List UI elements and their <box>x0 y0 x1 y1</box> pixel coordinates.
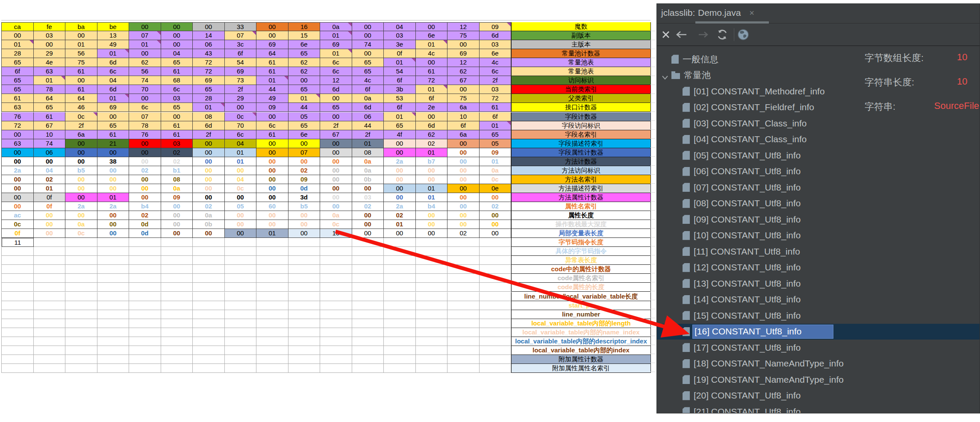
hex-cell[interactable]: 63 <box>34 67 66 76</box>
hex-cell[interactable]: 61 <box>161 130 193 139</box>
hex-cell[interactable]: 00 <box>447 85 480 94</box>
hex-cell[interactable]: 00 <box>320 184 352 193</box>
hex-cell[interactable]: 00 <box>161 40 193 49</box>
hex-cell[interactable]: 00 <box>447 157 480 166</box>
field-label-cell[interactable]: 字节码指令长度 <box>511 238 651 247</box>
hex-cell[interactable]: 67 <box>34 121 66 130</box>
hex-cell[interactable]: 13 <box>97 31 129 40</box>
hex-cell[interactable]: 00 <box>65 157 97 166</box>
hex-cell[interactable]: 00 <box>320 94 352 103</box>
hex-cell[interactable]: b1 <box>161 166 193 175</box>
hex-cell[interactable]: 05 <box>288 112 321 121</box>
hex-cell[interactable] <box>225 256 257 265</box>
field-label-cell[interactable]: 字段访问标识 <box>511 121 651 130</box>
hex-cell[interactable]: 01 <box>416 193 448 202</box>
hex-cell[interactable]: 64 <box>34 94 66 103</box>
hex-cell[interactable] <box>288 301 321 310</box>
hex-cell[interactable]: 01 <box>34 184 66 193</box>
hex-cell[interactable]: 04 <box>384 22 416 31</box>
field-label-cell[interactable]: 字段计数器 <box>511 112 651 121</box>
hex-cell[interactable] <box>320 247 352 256</box>
hex-cell[interactable]: 65 <box>288 49 321 58</box>
hex-cell[interactable]: 00 <box>161 202 193 211</box>
hex-cell[interactable]: 4c <box>352 76 384 85</box>
hex-cell[interactable] <box>480 301 512 310</box>
hex-cell[interactable]: 69 <box>193 76 225 85</box>
hex-cell[interactable]: 49 <box>256 94 288 103</box>
hex-cell[interactable]: 00 <box>320 175 352 184</box>
field-label-cell[interactable]: start_pc <box>511 301 651 310</box>
field-label-cell[interactable]: 字段属性计数器 <box>511 148 651 157</box>
field-label-cell[interactable]: local_variable_table内部的length <box>511 319 651 328</box>
hex-cell[interactable]: 10 <box>34 130 66 139</box>
hex-cell[interactable]: 00 <box>256 148 288 157</box>
hex-cell[interactable]: 0f <box>2 229 34 238</box>
hex-cell[interactable]: 72 <box>2 121 34 130</box>
hex-cell[interactable]: 00 <box>256 184 288 193</box>
hex-cell[interactable]: 00 <box>320 139 352 148</box>
hex-cell[interactable]: 00 <box>447 211 480 220</box>
hex-cell[interactable] <box>416 346 448 355</box>
hex-cell[interactable]: 00 <box>2 31 34 40</box>
hex-cell[interactable] <box>384 310 416 319</box>
hex-cell[interactable]: 04 <box>34 166 66 175</box>
hex-cell[interactable] <box>129 256 161 265</box>
hex-cell[interactable] <box>447 355 480 364</box>
hex-cell[interactable] <box>97 337 129 346</box>
hex-cell[interactable]: 00 <box>225 193 257 202</box>
hex-cell[interactable]: 0a <box>352 166 384 175</box>
hex-cell[interactable] <box>97 247 129 256</box>
hex-cell[interactable]: 00 <box>320 166 352 175</box>
hex-cell[interactable] <box>352 319 384 328</box>
hex-cell[interactable]: 0d <box>129 220 161 229</box>
hex-cell[interactable]: 01 <box>384 220 416 229</box>
hex-cell[interactable]: 44 <box>288 103 321 112</box>
tree-item[interactable]: [13] CONSTANT_Utf8_info <box>657 275 980 292</box>
hex-cell[interactable]: 53 <box>384 94 416 103</box>
hex-cell[interactable] <box>97 301 129 310</box>
hex-cell[interactable] <box>480 265 512 274</box>
hex-cell[interactable]: 62 <box>447 67 480 76</box>
hex-cell[interactable]: 00 <box>65 139 97 148</box>
hex-cell[interactable]: 0c <box>320 220 352 229</box>
hex-cell[interactable] <box>2 328 34 337</box>
hex-cell[interactable]: 00 <box>193 148 225 157</box>
hex-cell[interactable]: 00 <box>416 211 448 220</box>
tree-item[interactable]: [10] CONSTANT_Utf8_info <box>657 228 980 244</box>
hex-cell[interactable]: 0c <box>65 229 97 238</box>
hex-cell[interactable]: 00 <box>352 211 384 220</box>
hex-cell[interactable] <box>97 274 129 283</box>
hex-cell[interactable] <box>65 292 97 301</box>
hex-cell[interactable]: 00 <box>480 229 512 238</box>
hex-cell[interactable]: 6c <box>97 67 129 76</box>
hex-cell[interactable]: 6c <box>161 85 193 94</box>
hex-cell[interactable]: 05 <box>225 202 257 211</box>
hex-cell[interactable]: 65 <box>34 103 66 112</box>
hex-cell[interactable]: 15 <box>288 31 321 40</box>
hex-cell[interactable] <box>447 247 480 256</box>
hex-cell[interactable] <box>129 337 161 346</box>
hex-cell[interactable] <box>256 256 288 265</box>
hex-cell[interactable]: 00 <box>97 211 129 220</box>
hex-cell[interactable]: 6f <box>225 49 257 58</box>
hex-cell[interactable] <box>320 337 352 346</box>
hex-cell[interactable] <box>2 283 34 292</box>
hex-cell[interactable] <box>2 265 34 274</box>
tree-item[interactable]: [11] CONSTANT_Utf8_info <box>657 243 980 260</box>
hex-cell[interactable] <box>193 283 225 292</box>
hex-cell[interactable]: 01 <box>65 40 97 49</box>
tree-item[interactable]: [19] CONSTANT_NameAndType_info <box>657 372 980 388</box>
hex-cell[interactable] <box>34 301 66 310</box>
hex-cell[interactable]: 0a <box>161 184 193 193</box>
hex-cell[interactable] <box>225 346 257 355</box>
hex-cell[interactable]: 00 <box>447 148 480 157</box>
hex-cell[interactable]: 56 <box>65 49 97 58</box>
hex-cell[interactable]: 0a <box>320 22 352 31</box>
hex-cell[interactable] <box>225 355 257 364</box>
hex-cell[interactable] <box>352 346 384 355</box>
hex-cell[interactable] <box>65 319 97 328</box>
hex-cell[interactable]: 02 <box>161 157 193 166</box>
hex-cell[interactable] <box>320 319 352 328</box>
hex-cell[interactable]: b5 <box>65 166 97 175</box>
hex-cell[interactable]: 00 <box>97 175 129 184</box>
